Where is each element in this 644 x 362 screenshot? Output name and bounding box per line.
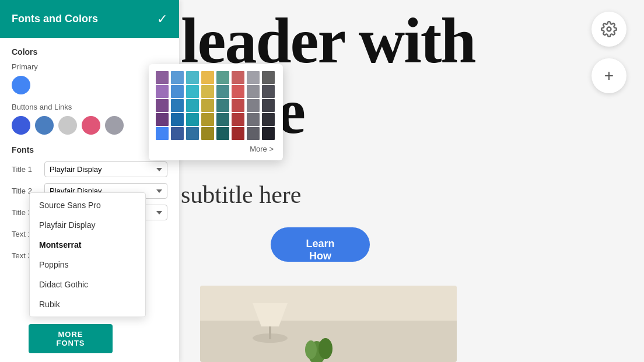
dropdown-item-montserrat[interactable]: Montserrat — [30, 235, 145, 255]
color-cell[interactable] — [262, 99, 275, 112]
swatch-medium-blue[interactable] — [35, 116, 54, 135]
color-cell[interactable] — [262, 71, 275, 84]
dropdown-item-playfair[interactable]: Playfair Display — [30, 215, 145, 235]
color-cell[interactable] — [232, 71, 244, 84]
svg-point-7 — [305, 340, 317, 359]
color-cell[interactable] — [156, 113, 169, 126]
color-cell[interactable] — [201, 85, 214, 98]
font-row-title1: Title 1 Playfair Display — [12, 161, 167, 177]
color-cell[interactable] — [232, 127, 244, 140]
fonts-section-label: Fonts — [12, 145, 167, 154]
swatch-gray[interactable] — [105, 116, 124, 135]
color-cell[interactable] — [262, 85, 275, 98]
dropdown-item-source-sans[interactable]: Source Sans Pro — [30, 195, 145, 215]
color-cell[interactable] — [186, 71, 199, 84]
hero-image — [200, 286, 457, 362]
confirm-button[interactable]: ✓ — [157, 12, 167, 27]
primary-color-label: Primary — [12, 62, 167, 71]
color-grid — [156, 71, 276, 140]
panel-title: Fonts and Colors — [12, 13, 98, 25]
color-cell[interactable] — [216, 71, 229, 84]
color-picker-popup: More > — [149, 64, 283, 160]
color-cell[interactable] — [216, 113, 229, 126]
color-cell[interactable] — [186, 113, 199, 126]
color-cell[interactable] — [156, 71, 169, 84]
font-dropdown: Source Sans Pro Playfair Display Montser… — [29, 192, 146, 317]
primary-color-swatch[interactable] — [12, 76, 30, 94]
color-cell[interactable] — [201, 113, 214, 126]
color-cell[interactable] — [232, 113, 244, 126]
color-cell[interactable] — [247, 99, 260, 112]
color-cell[interactable] — [186, 99, 199, 112]
learn-how-button[interactable]: Learn How — [271, 227, 370, 262]
add-button[interactable]: + — [592, 58, 626, 93]
svg-point-6 — [318, 338, 332, 359]
color-cell[interactable] — [262, 127, 275, 140]
color-cell[interactable] — [232, 85, 244, 98]
swatch-dark-blue[interactable] — [12, 116, 30, 135]
title1-font-select[interactable]: Playfair Display — [44, 161, 167, 177]
title1-label: Title 1 — [12, 165, 40, 174]
swatch-light-gray[interactable] — [58, 116, 77, 135]
color-cell[interactable] — [262, 113, 275, 126]
dropdown-item-rubik[interactable]: Rubik — [30, 294, 145, 314]
color-cell[interactable] — [247, 85, 260, 98]
gear-icon — [601, 21, 617, 37]
color-cell[interactable] — [201, 127, 214, 140]
color-cell[interactable] — [156, 99, 169, 112]
more-fonts-button[interactable]: MORE FONTS — [29, 324, 113, 353]
plus-icon: + — [604, 66, 614, 85]
color-swatches — [12, 116, 167, 135]
color-cell[interactable] — [247, 71, 260, 84]
color-cell[interactable] — [171, 99, 184, 112]
colors-section-label: Colors — [12, 47, 167, 57]
dropdown-item-didact[interactable]: Didact Gothic — [30, 275, 145, 294]
color-cell[interactable] — [171, 71, 184, 84]
color-cell[interactable] — [171, 113, 184, 126]
color-cell[interactable] — [247, 113, 260, 126]
swatch-pink[interactable] — [82, 116, 100, 135]
buttons-links-label: Buttons and Links — [12, 103, 167, 111]
color-cell[interactable] — [171, 127, 184, 140]
panel-header: Fonts and Colors ✓ — [0, 0, 179, 38]
color-cell[interactable] — [171, 85, 184, 98]
color-cell-selected[interactable] — [156, 127, 169, 140]
color-cell[interactable] — [216, 99, 229, 112]
color-cell[interactable] — [247, 127, 260, 140]
color-cell[interactable] — [201, 71, 214, 84]
hero-subtitle: subtitle here — [181, 181, 301, 209]
gear-button[interactable] — [592, 12, 626, 47]
color-cell[interactable] — [156, 85, 169, 98]
color-cell[interactable] — [216, 127, 229, 140]
color-cell[interactable] — [216, 85, 229, 98]
color-cell[interactable] — [232, 99, 244, 112]
color-cell[interactable] — [186, 127, 199, 140]
dropdown-item-poppins[interactable]: Poppins — [30, 255, 145, 275]
more-colors-link[interactable]: More > — [156, 145, 276, 153]
svg-point-8 — [607, 27, 611, 31]
color-cell[interactable] — [201, 99, 214, 112]
color-cell[interactable] — [186, 85, 199, 98]
